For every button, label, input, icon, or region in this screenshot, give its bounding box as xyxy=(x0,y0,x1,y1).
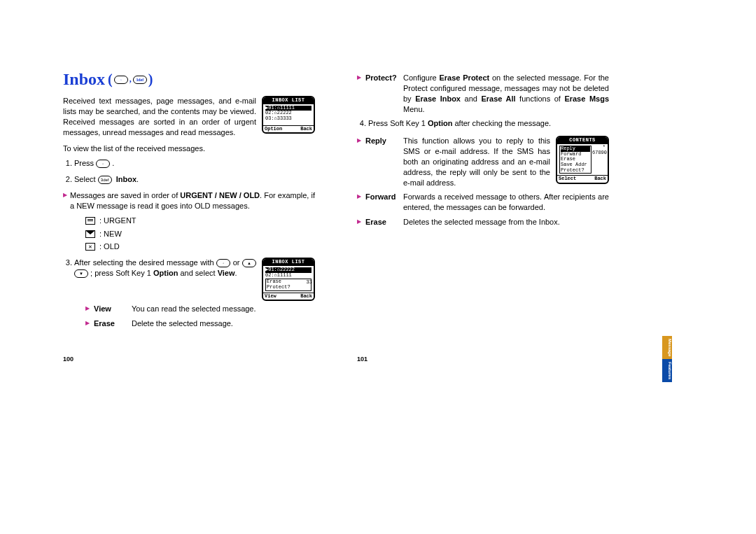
section-title: Inbox ( ◦ , 3def ) xyxy=(63,70,315,89)
step4-a: Press Soft Key 1 xyxy=(368,119,428,127)
step3-e: . xyxy=(235,269,237,277)
steps-list-right: Press Soft Key 1 Option after checking t… xyxy=(357,118,609,227)
step3-d: and select xyxy=(180,269,217,277)
old-icon xyxy=(85,243,95,251)
screen3-softkey-left: Select xyxy=(559,176,576,182)
step3-bold: Option xyxy=(153,269,178,277)
step3-c: ; press Soft Key 1 xyxy=(90,269,153,277)
screen2-softkey-right: Back xyxy=(300,294,312,300)
screen1-softkey-right: Back xyxy=(300,127,312,132)
forward-text: Forwards a received message to others. A… xyxy=(403,192,609,213)
title-icons: ( ◦ , 3def ) xyxy=(108,71,153,87)
old-legend: : OLD xyxy=(85,241,315,252)
triangle-icon: ▶ xyxy=(85,305,90,314)
page-number-right: 101 xyxy=(357,356,368,363)
lead-text: To view the list of the received message… xyxy=(63,144,315,153)
protect-text: Configure Erase Protect on the selected … xyxy=(403,73,609,114)
triangle-icon: ▶ xyxy=(85,320,90,329)
step-1: Press ◦ . xyxy=(74,158,315,169)
erase-label-right: Erase xyxy=(365,217,399,227)
triangle-icon: ▶ xyxy=(63,192,67,211)
triangle-icon: ▶ xyxy=(357,137,361,188)
screen2-header: INBOX LIST xyxy=(263,259,314,266)
screen1-row3: 03:⌂33333 xyxy=(265,116,312,122)
reply-label: Reply xyxy=(365,136,399,188)
page-number-left: 100 xyxy=(63,356,74,363)
erase-text-right: Deletes the selected message from the In… xyxy=(403,217,609,227)
urgent-label: : URGENT xyxy=(99,216,136,226)
note-text: Messages are saved in order of URGENT / … xyxy=(70,190,315,211)
view-label: View xyxy=(94,304,127,314)
step-4: Press Soft Key 1 Option after checking t… xyxy=(368,118,609,227)
steps-list-left: Press ◦ . Select 3def Inbox. ▶ Messages … xyxy=(63,158,315,329)
step3-b: or xyxy=(233,258,242,267)
urgent-icon xyxy=(85,217,95,225)
three-key-icon: 3def xyxy=(133,76,147,84)
view-text: You can read the selected message. xyxy=(132,304,315,314)
step-2: Select 3def Inbox. ▶ Messages are saved … xyxy=(74,174,315,252)
triangle-icon: ▶ xyxy=(357,74,361,114)
protect-label: Protect? xyxy=(365,73,399,114)
screen2-tail: 33 xyxy=(307,280,312,286)
screen3-protect: Protect? xyxy=(561,168,590,174)
forward-label: Forward xyxy=(365,192,399,213)
new-icon xyxy=(85,230,95,238)
screen1-softkey-left: Option xyxy=(265,127,282,132)
screen2-menu-protect: Protect? xyxy=(267,285,310,290)
screen3-softkey-right: Back xyxy=(594,176,606,182)
triangle-icon: ▶ xyxy=(357,218,361,227)
step2-post: . xyxy=(136,175,139,183)
triangle-icon: ▶ xyxy=(357,193,361,213)
reply-text: CONTENTS Reply Forward Erase Save Addr P… xyxy=(403,136,609,188)
step3-a: After selecting the desired message with xyxy=(74,258,216,267)
page-right: ▶ Protect? Configure Erase Protect on th… xyxy=(357,70,609,335)
tab-message: Message xyxy=(662,336,672,359)
step4-b: Option xyxy=(428,119,452,127)
tab-features: Features xyxy=(662,359,672,382)
inbox-list-screen-1: INBOX LIST ▶01:⌂11111 02:⌂22222 03:⌂3333… xyxy=(262,96,315,134)
erase-text: Delete the selected message. xyxy=(132,318,315,329)
screen3-header: CONTENTS xyxy=(557,137,608,144)
screen2-row2: 02:⌂11111 xyxy=(265,273,312,279)
new-label: : NEW xyxy=(99,229,122,239)
screen1-header: INBOX LIST xyxy=(263,97,314,104)
nav-key-icon: ◦ xyxy=(96,160,110,168)
nav-key-icon: ◦ xyxy=(216,259,230,267)
step4-c: after checking the message. xyxy=(452,119,551,127)
contents-screen: CONTENTS Reply Forward Erase Save Addr P… xyxy=(556,136,609,184)
chapter-tab: Message Features xyxy=(662,336,672,413)
down-key-icon: ▼ xyxy=(74,269,88,278)
inbox-list-screen-2: INBOX LIST ▶01:⌂22222 02:⌂11111 Erase Pr… xyxy=(262,258,315,301)
step-3: INBOX LIST ▶01:⌂22222 02:⌂11111 Erase Pr… xyxy=(74,258,315,329)
step1-pre: Press xyxy=(74,159,96,167)
step1-post: . xyxy=(112,159,114,167)
screen2-softkey-left: View xyxy=(265,294,276,300)
nav-key-icon: ◦ xyxy=(114,76,128,84)
urgent-legend: : URGENT xyxy=(85,216,315,226)
old-label: : OLD xyxy=(99,241,120,252)
up-key-icon: ▲ xyxy=(242,259,256,267)
new-legend: : NEW xyxy=(85,229,315,239)
step2-pre: Select xyxy=(74,175,98,183)
step3-bold2: View xyxy=(218,269,235,277)
page-left: Inbox ( ◦ , 3def ) INBOX LIST ▶01:⌂11111… xyxy=(63,70,315,335)
erase-label: Erase xyxy=(94,318,127,329)
title-text: Inbox xyxy=(63,70,105,89)
three-key-icon: 3def xyxy=(98,176,112,184)
screen3-side2: 67890 xyxy=(592,150,607,156)
step2-label: Inbox xyxy=(116,175,136,183)
